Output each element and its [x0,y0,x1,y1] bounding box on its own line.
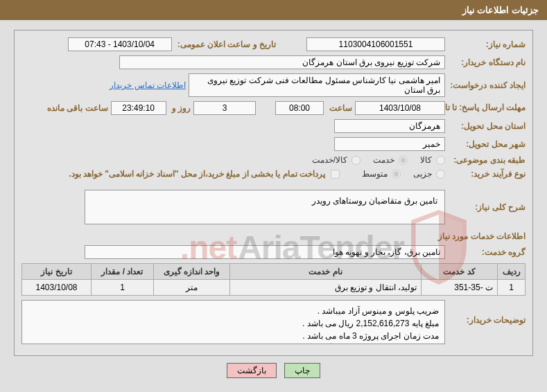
cell-date: 1403/10/08 [22,280,92,296]
deadline-date: 1403/10/08 [355,101,445,115]
th-code: کد خدمت [422,264,498,280]
page-header: جزئیات اطلاعات نیاز [0,0,547,20]
treasury-note: پرداخت تمام یا بخشی از مبلغ خرید،از محل … [69,169,325,179]
row-deadline: مهلت ارسال پاسخ: تا تاریخ: 1403/10/08 سا… [21,101,526,115]
service-group-value: تامین برق، گاز، بخار و تهویه هوا [85,245,445,259]
need-number-value: 1103004106001551 [306,37,445,51]
days-value: 3 [193,101,256,115]
buyer-note-line: مبلغ پایه 2,152,616,273 ریال می باشد . [28,317,439,330]
cell-name: تولید، انتقال و توزیع برق [230,280,422,296]
deadline-label: مهلت ارسال پاسخ: تا تاریخ: [448,103,526,114]
overall-label: شرح کلی نیاز: [448,190,526,212]
cell-unit: متر [154,280,230,296]
requester-value: امیر هاشمی نیا کارشناس مسئول مطالعات فنی… [189,73,445,97]
overall-desc-box: تامین برق متقاضیان روستاهای رویدر [85,190,445,224]
th-row: ردیف [498,264,526,280]
requester-label: ایجاد کننده درخواست: [448,80,526,90]
radio-service[interactable]: خدمت [363,155,408,165]
days-label: روز و [169,103,191,113]
row-overall: شرح کلی نیاز: تامین برق متقاضیان روستاها… [21,190,526,224]
announce-label: تاریخ و ساعت اعلان عمومی: [175,39,276,49]
services-table: ردیف کد خدمت نام خدمت واحد اندازه گیری ت… [21,263,526,296]
classification-label: طبقه بندی موضوعی: [448,155,526,165]
button-bar: چاپ بازگشت [0,363,547,382]
th-qty: تعداد / مقدار [92,264,154,280]
need-number-label: شماره نیاز: [448,39,526,49]
treasury-checkbox[interactable] [331,170,340,179]
row-classification: طبقه بندی موضوعی: کالا خدمت کالا/خدمت [21,155,526,165]
cell-row: 1 [498,280,526,296]
table-row: 1 ت -35-351 تولید، انتقال و توزیع برق مت… [22,280,526,296]
back-button[interactable]: بازگشت [227,363,277,378]
page-title: جزئیات اطلاعات نیاز [462,5,539,15]
city-label: شهر محل تحویل: [448,139,526,149]
buyer-note-line: ضریب پلوس و مینوس آزاد میباشد . [28,305,439,317]
page: جزئیات اطلاعات نیاز AriaTender.net شماره… [0,0,547,382]
province-value: هرمزگان [334,119,445,133]
radio-medium[interactable]: متوسط [352,169,401,179]
radio-minor[interactable]: جزیی [403,169,445,179]
purchase-type-label: نوع فرآیند خرید: [448,169,526,179]
main-panel: AriaTender.net شماره نیاز: 1103004106001… [14,30,533,356]
cell-code: ت -35-351 [422,280,498,296]
time-label: ساعت [327,103,352,113]
row-service-group: گروه خدمت: تامین برق، گاز، بخار و تهویه … [21,245,526,259]
radio-goods[interactable]: کالا [410,155,445,165]
overall-desc-text: تامین برق متقاضیان روستاهای رویدر [312,196,437,206]
buyer-org-label: نام دستگاه خریدار: [448,57,526,67]
buyer-contact-link[interactable]: اطلاعات تماس خریدار [110,80,186,90]
buyer-notes-label: توضیحات خریدار: [448,300,526,325]
row-province: استان محل تحویل: هرمزگان [21,119,526,133]
table-header-row: ردیف کد خدمت نام خدمت واحد اندازه گیری ت… [22,264,526,280]
row-need-number: شماره نیاز: 1103004106001551 تاریخ و ساع… [21,37,526,51]
remaining-time: 23:49:10 [111,101,166,115]
announce-value: 1403/10/04 - 07:43 [68,37,172,51]
row-city: شهر محل تحویل: خمیر [21,137,526,151]
province-label: استان محل تحویل: [448,121,526,131]
th-unit: واحد اندازه گیری [154,264,230,280]
radio-goods-service[interactable]: کالا/خدمت [302,155,361,165]
services-info-header: اطلاعات خدمات مورد نیاز [21,231,526,241]
row-buyer-notes: توضیحات خریدار: ضریب پلوس و مینوس آزاد م… [21,300,526,344]
buyer-notes-box[interactable]: ضریب پلوس و مینوس آزاد میباشد . مبلغ پای… [21,300,445,344]
buyer-note-line: تهیه ترانس و تابلو و پایه و سیم آلومینیو… [28,342,439,344]
row-purchase-type: نوع فرآیند خرید: جزیی متوسط پرداخت تمام … [21,169,526,179]
th-name: نام خدمت [230,264,422,280]
row-buyer-org: نام دستگاه خریدار: شرکت توزیع نیروی برق … [21,55,526,69]
buyer-org-value: شرکت توزیع نیروی برق استان هرمزگان [119,55,445,69]
row-requester: ایجاد کننده درخواست: امیر هاشمی نیا کارش… [21,73,526,97]
remaining-label: ساعت باقی مانده [44,103,108,113]
buyer-note-line: مدت زمان اجرای پروژه 3 ماه می باشد . [28,330,439,342]
deadline-time: 08:00 [275,101,324,115]
cell-qty: 1 [92,280,154,296]
th-date: تاریخ نیاز [22,264,92,280]
city-value: خمیر [334,137,445,151]
print-button[interactable]: چاپ [284,363,320,378]
service-group-label: گروه خدمت: [448,247,526,257]
